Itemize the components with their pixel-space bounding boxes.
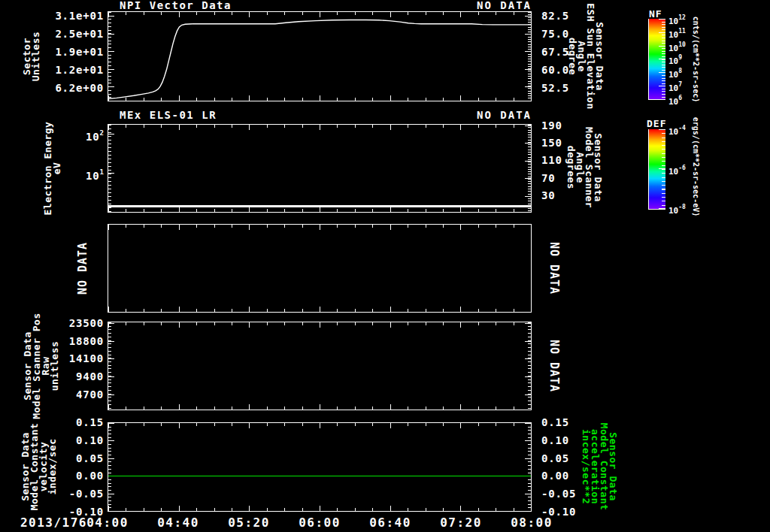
nf-colorbar-tick-label: 109: [668, 53, 682, 64]
panel5-left-tick: 0.00: [29, 470, 104, 482]
nf-colorbar-tick-label: 1012: [668, 14, 686, 24]
x-axis-tick-label: 05:20: [213, 515, 285, 530]
panel4-right-no-data-label: NO DATA: [548, 340, 559, 392]
nf-colorbar-ticks: [659, 19, 665, 99]
npi-sector-curve: [108, 12, 531, 101]
panel2-y-minor-ticks-right: [528, 125, 531, 212]
panel1-left-tick: 6.2e+00: [29, 82, 104, 94]
x-axis-tick-label: 04:00: [71, 515, 144, 530]
panel4-plot-area: [108, 322, 532, 410]
panel2-left-tick: 101: [29, 167, 104, 179]
panel4-left-tick: 4700: [29, 388, 104, 401]
panel4-left-tick: 14100: [29, 352, 104, 364]
panel4-y-minor-ticks-right: [528, 322, 531, 410]
nf-colorbar-title: NF: [649, 8, 662, 20]
plot-screen: NPI Vector Data NO DATA Sector Unitless …: [0, 0, 770, 532]
panel5-left-tick: -0.05: [29, 488, 104, 500]
panel2-right-tick: 70: [541, 172, 555, 184]
panel2-right-tick: 110: [541, 154, 562, 166]
panel4-left-tick: 9400: [29, 370, 104, 382]
panel4-left-tick: 18800: [29, 335, 104, 347]
panel1-left-tick: 2.5e+01: [29, 28, 104, 40]
panel1-left-tick: 3.1e+01: [29, 10, 104, 22]
panel1-left-tick: 1.2e+01: [29, 64, 104, 76]
panel5-left-tick: 0.10: [29, 434, 104, 446]
nf-colorbar-tick-label: 106: [668, 94, 682, 104]
panel5-x-minor-ticks-top: [108, 423, 531, 426]
nf-colorbar: [648, 19, 665, 100]
panel3-left-no-data-label: NO DATA: [77, 242, 89, 295]
panel2-x-minor-ticks-top: [108, 125, 531, 128]
def-colorbar: [648, 129, 665, 210]
els-white-band: [108, 205, 531, 207]
panel2-x-minor-ticks-bottom: [108, 209, 531, 212]
panel1-right-axis-label: Sensor Data ESH Sun Elevation Angle degr…: [568, 3, 604, 110]
panel1-plot-area: [108, 11, 532, 101]
panel5-plot-area: [108, 422, 532, 512]
x-axis-tick-label: 06:40: [354, 515, 426, 530]
panel5-right-tick: 0.05: [541, 452, 569, 464]
panel5-left-tick: 0.15: [29, 416, 104, 428]
def-colorbar-tick-label: 10-4: [668, 124, 686, 135]
panel5-y-minor-ticks-left: [108, 423, 111, 511]
panel2-right-tick: 150: [541, 137, 562, 149]
nf-colorbar-tick-label: 1010: [668, 41, 686, 51]
panel1-no-data-label: NO DATA: [426, 0, 532, 11]
panel3-right-no-data-label: NO DATA: [548, 242, 559, 295]
x-axis-tick-label: 06:00: [283, 515, 356, 530]
panel5-left-tick: 0.05: [29, 452, 104, 464]
panel2-y-major-tick-1e2: [108, 134, 114, 135]
panel4-x-minor-ticks-top: [108, 322, 531, 325]
panel5-right-tick: 0.15: [541, 416, 569, 428]
x-axis-tick-label: 07:20: [425, 515, 497, 530]
panel3-plot-area: [108, 224, 532, 313]
def-colorbar-ticks: [659, 129, 665, 209]
nf-colorbar-tick-label: 107: [668, 80, 682, 91]
panel2-right-tick: 190: [541, 119, 562, 131]
panel1-right-tick: 67.5: [541, 46, 569, 58]
panel4-left-tick: 23500: [29, 317, 104, 329]
panel4-y-minor-ticks-left: [108, 322, 111, 410]
panel2-right-tick: 30: [541, 189, 555, 201]
panel1-right-tick: 75.0: [541, 28, 569, 40]
panel5-right-axis-label: Sensor Data Model Constant acceleration …: [581, 423, 617, 511]
panel2-right-axis-label: Sensor Data Model Scanner Angle degrees: [566, 127, 602, 208]
panel2-left-tick: 102: [29, 128, 104, 140]
panel2-no-data-label: NO DATA: [426, 110, 532, 121]
panel1-right-tick: 52.5: [541, 82, 569, 94]
panel4-x-minor-ticks-bottom: [108, 407, 531, 410]
panel5-right-tick: -0.05: [541, 488, 576, 500]
panel3-x-minor-ticks-top: [108, 225, 531, 228]
panel2-title: MEx ELS-01 LR: [120, 110, 217, 121]
nf-colorbar-tick-label: 108: [668, 67, 682, 77]
x-axis-tick-label: 08:00: [496, 515, 568, 530]
panel2-y-minor-ticks-left: [108, 125, 111, 212]
nf-colorbar-unit-label: cnts/(cm**2-sr-sec): [692, 17, 699, 102]
panel5-x-minor-ticks-bottom: [108, 508, 531, 511]
panel5-right-tick: 0.00: [541, 470, 569, 482]
panel1-title: NPI Vector Data: [120, 0, 232, 11]
panel2-plot-area: [108, 124, 532, 213]
panel5-y-minor-ticks-right: [528, 423, 531, 511]
def-colorbar-unit-label: ergs/(cm**2-sr-sec-eV): [692, 117, 699, 216]
panel1-right-tick: 60.0: [541, 64, 569, 76]
panel2-y-major-tick-1e1: [108, 173, 114, 174]
def-colorbar-tick-label: 10-8: [668, 203, 686, 213]
panel1-right-tick: 82.5: [541, 10, 569, 22]
panel5-right-tick: 0.10: [541, 434, 569, 446]
nf-colorbar-tick-label: 1011: [668, 27, 686, 38]
def-colorbar-title: DEF: [647, 118, 666, 129]
def-colorbar-tick-label: 10-6: [668, 164, 686, 174]
acceleration-zero-line: [108, 476, 531, 476]
panel3-x-minor-ticks-bottom: [108, 309, 531, 312]
x-axis-tick-label: 04:40: [142, 515, 214, 530]
panel1-left-tick: 1.9e+01: [29, 46, 104, 58]
